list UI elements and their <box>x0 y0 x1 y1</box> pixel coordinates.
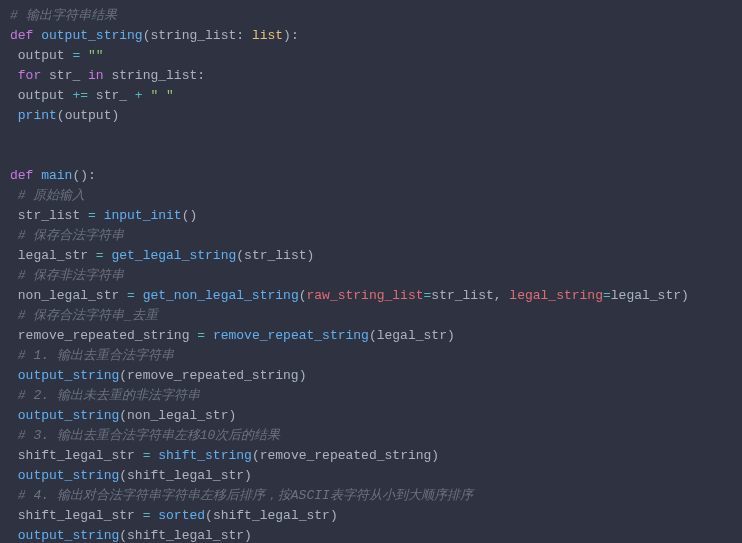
token-txt: remove_repeated_string <box>127 368 299 383</box>
code-line[interactable]: output_string(shift_legal_str) <box>10 466 732 486</box>
token-fn: output_string <box>18 368 119 383</box>
token-cmt: # 原始输入 <box>18 188 86 203</box>
code-editor[interactable]: # 输出字符串结果def output_string(string_list: … <box>0 0 742 543</box>
code-line[interactable]: def output_string(string_list: list): <box>10 26 732 46</box>
code-line[interactable]: # 1. 输出去重合法字符串 <box>10 346 732 366</box>
token-cmt: # 保存非法字符串 <box>18 268 125 283</box>
token-cmt: # 保存合法字符串_去重 <box>18 308 158 323</box>
token-fn: output_string <box>18 528 119 543</box>
token-pun: () <box>182 208 198 223</box>
token-txt: str_ <box>88 88 135 103</box>
token-id: raw_string_list <box>307 288 424 303</box>
token-op: = <box>96 248 104 263</box>
token-pun: ( <box>119 368 127 383</box>
token-pun: ( <box>299 288 307 303</box>
token-prm: string_list <box>150 28 236 43</box>
token-op: = <box>603 288 611 303</box>
token-kw: for <box>18 68 49 83</box>
token-pun: ) <box>307 248 315 263</box>
token-fn: output_string <box>18 468 119 483</box>
token-txt: legal_str <box>18 248 96 263</box>
token-op: + <box>135 88 143 103</box>
code-line[interactable]: def main(): <box>10 166 732 186</box>
token-fn: output_string <box>41 28 142 43</box>
code-line[interactable]: # 4. 输出对合法字符串字符串左移后排序，按ASCII表字符从小到大顺序排序 <box>10 486 732 506</box>
code-line[interactable]: output_string(shift_legal_str) <box>10 526 732 543</box>
token-fn: get_non_legal_string <box>143 288 299 303</box>
code-line[interactable]: # 原始输入 <box>10 186 732 206</box>
code-line[interactable]: for str_ in string_list: <box>10 66 732 86</box>
token-txt: shift_legal_str <box>18 508 143 523</box>
token-txt: str_list <box>18 208 88 223</box>
token-fn: remove_repeat_string <box>213 328 369 343</box>
token-pun: ) <box>299 368 307 383</box>
token-str: "" <box>88 48 104 63</box>
token-pun: (): <box>72 168 95 183</box>
code-line[interactable]: # 输出字符串结果 <box>10 6 732 26</box>
token-op: = <box>88 208 96 223</box>
token-cmt: # 2. 输出未去重的非法字符串 <box>18 388 200 403</box>
token-pun: ( <box>252 448 260 463</box>
token-pun: ) <box>228 408 236 423</box>
code-line[interactable]: str_list = input_init() <box>10 206 732 226</box>
token-txt <box>135 288 143 303</box>
token-op: = <box>127 288 135 303</box>
token-cmt: # 1. 输出去重合法字符串 <box>18 348 174 363</box>
token-txt <box>80 48 88 63</box>
code-line[interactable]: remove_repeated_string = remove_repeat_s… <box>10 326 732 346</box>
token-txt: remove_repeated_string <box>18 328 197 343</box>
code-line[interactable]: print(output) <box>10 106 732 126</box>
token-txt: shift_legal_str <box>127 528 244 543</box>
token-pun: ( <box>369 328 377 343</box>
code-line[interactable]: output += str_ + " " <box>10 86 732 106</box>
token-fn: shift_string <box>158 448 252 463</box>
token-txt: string_list: <box>111 68 205 83</box>
token-kw: def <box>10 168 41 183</box>
token-pun: ( <box>119 408 127 423</box>
code-line[interactable]: # 3. 输出去重合法字符串左移10次后的结果 <box>10 426 732 446</box>
code-line[interactable]: # 保存合法字符串 <box>10 226 732 246</box>
token-txt <box>96 208 104 223</box>
code-line[interactable]: non_legal_str = get_non_legal_string(raw… <box>10 286 732 306</box>
token-pun: ) <box>681 288 689 303</box>
code-line[interactable]: # 2. 输出未去重的非法字符串 <box>10 386 732 406</box>
token-txt: legal_str <box>611 288 681 303</box>
token-kw: in <box>88 68 111 83</box>
token-str: " " <box>150 88 173 103</box>
code-line[interactable]: shift_legal_str = sorted(shift_legal_str… <box>10 506 732 526</box>
token-fn: print <box>18 108 57 123</box>
token-fn: get_legal_string <box>111 248 236 263</box>
token-txt <box>205 328 213 343</box>
token-txt: non_legal_str <box>18 288 127 303</box>
token-txt: shift_legal_str <box>18 448 143 463</box>
token-txt: non_legal_str <box>127 408 228 423</box>
token-kw: def <box>10 28 41 43</box>
code-line[interactable]: output = "" <box>10 46 732 66</box>
token-txt: legal_str <box>377 328 447 343</box>
token-pun: ( <box>236 248 244 263</box>
token-fn: input_init <box>104 208 182 223</box>
code-line[interactable]: shift_legal_str = shift_string(remove_re… <box>10 446 732 466</box>
token-typ: list <box>252 28 283 43</box>
token-pun: ( <box>119 528 127 543</box>
code-line[interactable]: output_string(non_legal_str) <box>10 406 732 426</box>
token-pun: ) <box>111 108 119 123</box>
code-line[interactable]: legal_str = get_legal_string(str_list) <box>10 246 732 266</box>
token-pun: ) <box>447 328 455 343</box>
token-txt: str_ <box>49 68 88 83</box>
code-line[interactable]: output_string(remove_repeated_string) <box>10 366 732 386</box>
code-line[interactable] <box>10 146 732 166</box>
code-line[interactable] <box>10 126 732 146</box>
token-txt: output <box>65 108 112 123</box>
token-op: = <box>197 328 205 343</box>
token-pun: ( <box>205 508 213 523</box>
token-txt: shift_legal_str <box>127 468 244 483</box>
token-pun: ( <box>57 108 65 123</box>
token-txt: output <box>18 48 73 63</box>
code-line[interactable]: # 保存非法字符串 <box>10 266 732 286</box>
token-cmt: # 输出字符串结果 <box>10 8 117 23</box>
token-cmt: # 保存合法字符串 <box>18 228 125 243</box>
token-pun: : <box>236 28 252 43</box>
token-fn: output_string <box>18 408 119 423</box>
code-line[interactable]: # 保存合法字符串_去重 <box>10 306 732 326</box>
